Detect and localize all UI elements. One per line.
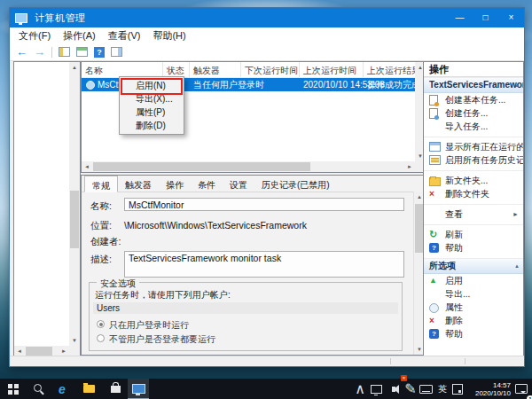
action-view[interactable]: 查看 ►: [424, 207, 523, 221]
app-icon: [15, 13, 27, 23]
task-triggers: 当任何用户登录时: [190, 79, 241, 91]
action-refresh[interactable]: ↻ 刷新: [424, 228, 523, 241]
status-bar: [10, 356, 524, 366]
action-help-selected[interactable]: ? 帮助: [424, 327, 523, 340]
actions-section-folder[interactable]: TextServicesFramework ▲: [424, 77, 523, 93]
collapse-icon[interactable]: ▲: [514, 78, 520, 92]
action-create-task[interactable]: 创建任务...: [424, 106, 523, 120]
help-icon: ?: [429, 243, 439, 253]
tray-chevron-button[interactable]: ∧: [353, 379, 367, 399]
account-name: Users: [93, 302, 398, 314]
action-enable[interactable]: ▲ 启用: [424, 274, 523, 287]
taskbar-search-button[interactable]: [27, 379, 48, 399]
title-bar[interactable]: 计算机管理 — □ ×: [10, 8, 524, 27]
toolbar: ← → ?: [10, 43, 524, 61]
menu-help[interactable]: 帮助(H): [146, 29, 192, 43]
action-help[interactable]: ? 帮助: [424, 241, 523, 254]
close-button[interactable]: ×: [498, 8, 524, 27]
menu-file[interactable]: 文件(F): [12, 29, 57, 43]
column-status[interactable]: 状态: [163, 62, 190, 77]
actions-section-selected-item[interactable]: 所选项 ▲: [424, 258, 523, 274]
tab-settings[interactable]: 设置: [223, 176, 254, 192]
radio-run-logged-on[interactable]: [97, 320, 105, 328]
console-tree-panel[interactable]: ▲ ▼ ◄ ►: [13, 61, 81, 357]
taskbar-clock[interactable]: 14:57 2020/10/10: [465, 379, 511, 399]
action-properties[interactable]: 属性: [424, 301, 523, 314]
export-list-icon[interactable]: [59, 47, 70, 57]
column-next-run[interactable]: 下次运行时间: [241, 62, 300, 77]
tab-actions[interactable]: 操作: [159, 176, 191, 192]
scroll-up-icon[interactable]: ▲: [69, 62, 80, 73]
column-name[interactable]: 名称: [82, 62, 163, 77]
network-icon[interactable]: [369, 379, 383, 399]
tree-hscroll-thumb[interactable]: [26, 347, 52, 356]
action-create-basic-task[interactable]: 创建基本任务...: [424, 93, 523, 106]
scroll-left-icon[interactable]: ◄: [82, 161, 92, 172]
show-action-pane-icon[interactable]: [111, 47, 122, 57]
security-options-group: 安全选项 运行任务时，请使用下列用户帐户: Users 只在用户登录时运行 不管…: [89, 282, 403, 351]
touch-keyboard-icon[interactable]: [419, 379, 434, 399]
list-horizontal-scrollbar[interactable]: ◄ ►: [82, 161, 415, 172]
tab-history[interactable]: 历史记录(已禁用): [254, 176, 337, 192]
menu-view[interactable]: 查看(V): [102, 29, 147, 43]
action-show-running-tasks[interactable]: 显示所有正在运行的任务: [424, 140, 523, 153]
taskbar-explorer-button[interactable]: [78, 379, 99, 399]
language-indicator[interactable]: 英: [435, 379, 450, 399]
submenu-arrow-icon: ►: [512, 207, 519, 221]
context-menu-delete[interactable]: 删除(D): [120, 119, 184, 132]
taskbar-store-button[interactable]: [105, 379, 126, 399]
taskbar: e ∧ × ✎ 英 14:57 2020/10/10 1: [0, 379, 532, 399]
red-highlight-annotation: [121, 78, 183, 95]
action-delete-folder[interactable]: × 删除文件夹: [424, 187, 523, 200]
column-last-run[interactable]: 上次运行时间: [300, 62, 364, 77]
tree-scroll-thumb[interactable]: [70, 191, 79, 248]
tab-conditions[interactable]: 条件: [191, 176, 223, 192]
task-history-icon: [429, 155, 441, 165]
menu-action[interactable]: 操作(A): [57, 29, 102, 43]
volume-muted-icon[interactable]: ×: [387, 379, 401, 399]
scroll-right-icon[interactable]: ►: [404, 161, 415, 172]
context-menu-properties[interactable]: 属性(P): [120, 106, 184, 119]
column-last-result[interactable]: 上次运行结果: [364, 62, 415, 77]
toolbar-help-icon[interactable]: ?: [94, 47, 105, 58]
action-center-button[interactable]: 1: [512, 379, 530, 399]
tree-vertical-scrollbar[interactable]: ▲ ▼: [69, 62, 80, 346]
back-icon[interactable]: ←: [16, 46, 27, 58]
action-export[interactable]: 导出...: [424, 287, 523, 301]
action-enable-task-history[interactable]: 启用所有任务历史记录: [424, 153, 523, 167]
taskbar-computer-management-button[interactable]: [128, 379, 149, 399]
store-icon: [111, 386, 121, 393]
show-console-tree-icon[interactable]: [76, 47, 88, 57]
actions-section-folder-label: TextServicesFramework: [429, 80, 523, 90]
tab-general[interactable]: 常规: [84, 176, 118, 192]
action-delete[interactable]: × 删除: [424, 314, 523, 327]
radio-run-always[interactable]: [97, 334, 105, 342]
pen-icon[interactable]: ✎: [404, 379, 417, 399]
list-hscroll-thumb[interactable]: [93, 162, 310, 171]
help-icon: ?: [429, 329, 439, 339]
start-button[interactable]: [2, 379, 23, 399]
security-group-title: 安全选项: [97, 278, 139, 290]
taskbar-edge-button[interactable]: e: [51, 379, 73, 399]
scroll-down-icon[interactable]: ▼: [69, 335, 80, 346]
running-tasks-icon: [429, 142, 441, 152]
forward-icon[interactable]: →: [34, 46, 45, 58]
tab-triggers[interactable]: 触发器: [118, 176, 159, 192]
maximize-button[interactable]: □: [473, 8, 498, 27]
actions-section-selected-label: 所选项: [429, 261, 456, 270]
windows-logo-icon: [8, 384, 12, 388]
column-triggers[interactable]: 触发器: [190, 62, 241, 77]
task-last-run: 2020/10/10 14:53:08: [300, 80, 364, 90]
action-center-icon: [515, 384, 528, 394]
action-import-task[interactable]: 导入任务...: [424, 120, 523, 133]
task-description-field[interactable]: TextServicesFramework monitor task: [124, 251, 404, 278]
minimize-button[interactable]: —: [447, 8, 473, 27]
action-new-folder[interactable]: 新文件夹...: [424, 174, 523, 187]
computer-management-window: 计算机管理 — □ × 文件(F) 操作(A) 查看(V) 帮助(H) ← → …: [9, 7, 525, 367]
collapse-icon[interactable]: ▲: [514, 259, 520, 273]
ime-mode-icon[interactable]: [451, 379, 464, 399]
location-label: 位置:: [90, 220, 112, 232]
task-name-field[interactable]: [124, 198, 404, 211]
task-last-result: 操作成功完成。 (0x: [364, 79, 415, 91]
properties-icon: [429, 303, 439, 313]
